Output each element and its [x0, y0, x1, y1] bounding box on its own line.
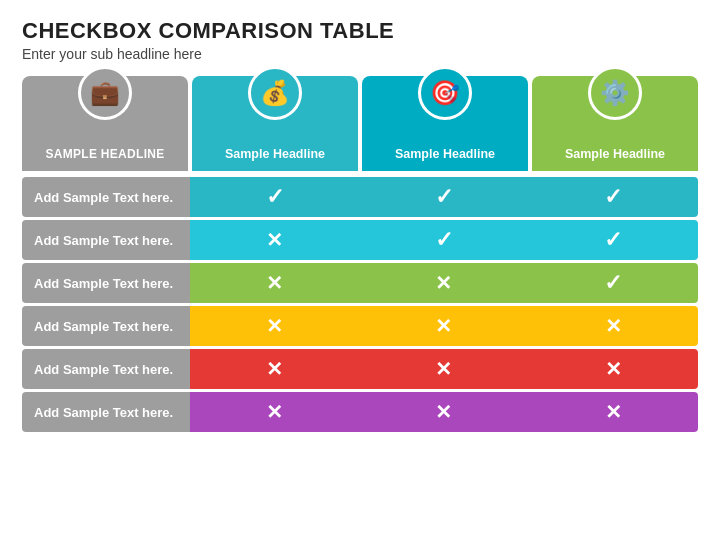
row0-label: Add Sample Text here.	[22, 177, 190, 217]
row1-label: Add Sample Text here.	[22, 220, 190, 260]
table-row: Add Sample Text here.✕✕✕	[22, 349, 698, 389]
col3-icon: ⚙️	[588, 66, 642, 120]
row2-label: Add Sample Text here.	[22, 263, 190, 303]
row5-label: Add Sample Text here.	[22, 392, 190, 432]
row4-label: Add Sample Text here.	[22, 349, 190, 389]
col1-icon: 💰	[248, 66, 302, 120]
row1-col2-check: ✓	[359, 220, 528, 260]
row0-col3-check: ✓	[529, 177, 698, 217]
row5-col2-cross: ✕	[359, 392, 528, 432]
header-col3-label: Sample Headline	[561, 147, 669, 161]
table-row: Add Sample Text here.✕✕✓	[22, 263, 698, 303]
table-header: 💼 SAMPLE HEADLINE 💰 Sample Headline 🎯 Sa…	[22, 76, 698, 171]
row0-col1-check: ✓	[190, 177, 359, 217]
page-title: CHECKBOX COMPARISON TABLE	[22, 18, 698, 44]
table-row: Add Sample Text here.✓✓✓	[22, 177, 698, 217]
row4-col3-cross: ✕	[529, 349, 698, 389]
page-subtitle: Enter your sub headline here	[22, 46, 698, 62]
header-col0-label: SAMPLE HEADLINE	[41, 147, 168, 161]
table-row: Add Sample Text here.✕✕✕	[22, 392, 698, 432]
row5-col3-cross: ✕	[529, 392, 698, 432]
row2-col2-cross: ✕	[359, 263, 528, 303]
header-col2-label: Sample Headline	[391, 147, 499, 161]
header-col3: ⚙️ Sample Headline	[532, 76, 698, 171]
row1-col1-cross: ✕	[190, 220, 359, 260]
row3-label: Add Sample Text here.	[22, 306, 190, 346]
col0-icon: 💼	[78, 66, 132, 120]
page: CHECKBOX COMPARISON TABLE Enter your sub…	[0, 0, 720, 540]
header-col1: 💰 Sample Headline	[192, 76, 358, 171]
table-row: Add Sample Text here.✕✓✓	[22, 220, 698, 260]
row2-col3-check: ✓	[529, 263, 698, 303]
row0-col2-check: ✓	[359, 177, 528, 217]
row4-col2-cross: ✕	[359, 349, 528, 389]
comparison-table: Add Sample Text here.✓✓✓Add Sample Text …	[22, 174, 698, 435]
header-col0: 💼 SAMPLE HEADLINE	[22, 76, 188, 171]
row4-col1-cross: ✕	[190, 349, 359, 389]
row3-col1-cross: ✕	[190, 306, 359, 346]
col2-icon: 🎯	[418, 66, 472, 120]
header-col2: 🎯 Sample Headline	[362, 76, 528, 171]
row1-col3-check: ✓	[529, 220, 698, 260]
row2-col1-cross: ✕	[190, 263, 359, 303]
table-row: Add Sample Text here.✕✕✕	[22, 306, 698, 346]
row3-col2-cross: ✕	[359, 306, 528, 346]
row5-col1-cross: ✕	[190, 392, 359, 432]
row3-col3-cross: ✕	[529, 306, 698, 346]
header-col1-label: Sample Headline	[221, 147, 329, 161]
